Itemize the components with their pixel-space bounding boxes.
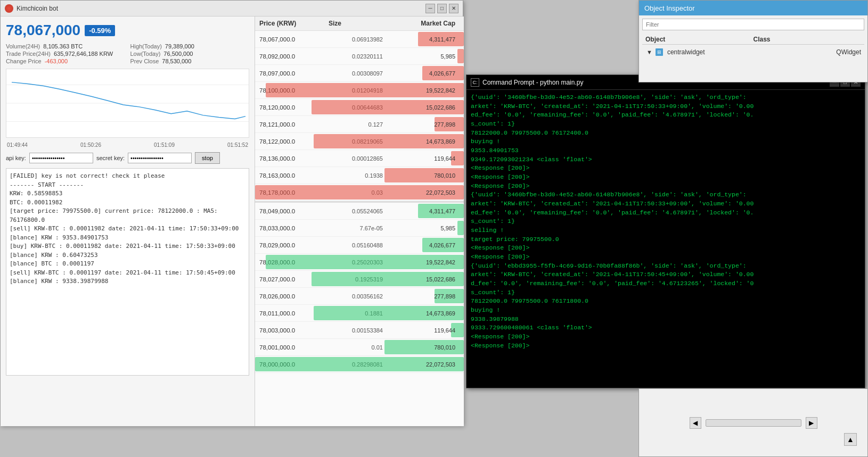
- obj-item-name: centralwidget: [667, 48, 823, 56]
- minimize-button[interactable]: ─: [425, 4, 435, 13]
- log-line: [buy] KRW-BTC : 0.00011982 date: 2021-04…: [10, 242, 245, 251]
- log-area[interactable]: [FAILED] key is not correct! check it pl…: [6, 168, 249, 376]
- ob-bid-cap: 14,673,869: [387, 310, 460, 317]
- low-label: Low(Today): [130, 51, 161, 57]
- ask-row[interactable]: 78,092,000.0 0.02320111 5,985: [255, 48, 464, 65]
- ob-ask-size: 0.1938: [329, 172, 387, 179]
- ob-bid-size: 0.05524065: [329, 208, 387, 214]
- log-line: [sell] KRW-BTC : 0.0001197 date: 2021-04…: [10, 269, 245, 278]
- main-trading-window: Kimchicoin bot ─ □ ✕ 78,067,000 -0.59% V…: [0, 0, 463, 426]
- ob-bid-price: 78,033,000.0: [259, 225, 329, 231]
- order-book-header: Price (KRW) Size Market Cap: [255, 16, 464, 31]
- bid-row[interactable]: 78,028,000.0 0.25020303 19,522,842: [255, 254, 464, 271]
- scroll-up-button[interactable]: ▲: [844, 433, 857, 446]
- widget-icon: ⊞: [656, 48, 663, 56]
- close-button[interactable]: ✕: [449, 4, 458, 13]
- ob-bid-price: 78,026,000.0: [259, 293, 329, 300]
- log-line: ------- START -------: [10, 181, 245, 190]
- ask-row[interactable]: 78,122,000.0 0.08219065 14,673,869: [255, 133, 464, 150]
- obj-inspector-body: Object Class ▼ ⊞ centralwidget QWidget: [639, 15, 867, 61]
- bid-row[interactable]: 78,026,000.0 0.00356162 277,898: [255, 288, 464, 305]
- ob-ask-cap: 4,311,477: [387, 36, 460, 43]
- obj-inspector-title: Object Inspector: [644, 4, 695, 12]
- cmd-window: C: Command Prompt - python main.py ─ □ ✕…: [466, 74, 865, 388]
- log-line: [blance] KRW : 0.60473253: [10, 251, 245, 260]
- ask-row[interactable]: 78,120,000.0 0.00644683 15,022,686: [255, 99, 464, 116]
- cmd-body: {'uuid': '3460bfbe-b3d0-4e52-ab60-6148b7…: [466, 90, 865, 388]
- ob-ask-cap: 4,026,677: [387, 70, 460, 77]
- bid-row[interactable]: 78,029,000.0 0.05160488 4,026,677: [255, 237, 464, 254]
- volume-value: 8,105.363 BTC: [43, 43, 83, 49]
- ob-bid-cap: 5,985: [387, 225, 460, 231]
- prev-value: 78,530,000: [162, 58, 191, 64]
- bid-row[interactable]: 78,000,000.0 0.28298081 22,072,503: [255, 356, 464, 373]
- bid-row[interactable]: 78,001,000.0 0.01 780,010: [255, 339, 464, 356]
- secret-key-label: secret key:: [96, 155, 125, 161]
- ob-bid-size: 0.00356162: [329, 293, 387, 300]
- log-line: [blance] KRW : 9338.39879988: [10, 277, 245, 286]
- obj-col-class: Class: [754, 36, 862, 43]
- chart-times: 01:49:44 01:50:26 01:51:09 01:51:52: [6, 142, 249, 148]
- bid-row[interactable]: 78,049,000.0 0.05524065 4,311,477: [255, 203, 464, 220]
- bid-row[interactable]: 78,027,000.0 0.1925319 15,022,686: [255, 271, 464, 288]
- stop-button[interactable]: stop: [195, 152, 220, 164]
- obj-filter-input[interactable]: [642, 19, 864, 30]
- prev-stat: Prev Close 78,530,000: [130, 58, 250, 64]
- prev-label: Prev Close: [130, 58, 159, 64]
- right-scrollbar-panel: ◀ ▶ ▲: [638, 388, 868, 457]
- time-2: 01:50:26: [80, 142, 101, 148]
- time-1: 01:49:44: [7, 142, 28, 148]
- maximize-button[interactable]: □: [437, 4, 447, 13]
- log-line: [sell] KRW-BTC : 0.00011982 date: 2021-0…: [10, 225, 245, 234]
- price-change-badge: -0.59%: [85, 25, 115, 36]
- api-key-label: api key:: [6, 155, 26, 161]
- obj-col-object: Object: [645, 36, 754, 43]
- ob-ask-price: 78,136,000.0: [259, 155, 329, 162]
- ask-row[interactable]: 78,136,000.0 0.00012865 119,644: [255, 150, 464, 167]
- ob-bid-size: 0.00153384: [329, 327, 387, 334]
- cmd-title-text: Command Prompt - python main.py: [482, 79, 583, 86]
- ask-row[interactable]: 78,100,000.0 0.01204918 19,522,842: [255, 82, 464, 99]
- ob-ask-cap: 15,022,686: [387, 104, 460, 111]
- header-price: Price (KRW): [259, 20, 329, 27]
- ob-bid-price: 78,003,000.0: [259, 327, 329, 334]
- object-inspector: Object Inspector Object Class ▼ ⊞ centra…: [638, 0, 868, 82]
- bid-row[interactable]: 78,003,000.0 0.00153384 119,644: [255, 322, 464, 339]
- ob-bid-size: 0.05160488: [329, 242, 387, 248]
- ob-ask-size: 0.06913982: [329, 36, 387, 43]
- ob-bid-price: 78,001,000.0: [259, 344, 329, 351]
- price-display: 78,067,000 -0.59%: [6, 22, 249, 39]
- obj-inspector-title-bar: Object Inspector: [639, 1, 867, 15]
- bid-row[interactable]: 78,011,000.0 0.1881 14,673,869: [255, 305, 464, 322]
- obj-tree-row[interactable]: ▼ ⊞ centralwidget QWidget: [642, 47, 864, 57]
- obj-tree-header: Object Class: [642, 35, 864, 45]
- secret-key-input[interactable]: [128, 153, 192, 163]
- ob-bid-cap: 4,026,677: [387, 242, 460, 248]
- api-key-input[interactable]: [29, 153, 93, 163]
- scroll-track[interactable]: [706, 419, 801, 427]
- change-label: Change Price: [6, 58, 42, 64]
- ask-row[interactable]: 78,121,000.0 0.127 277,898: [255, 116, 464, 133]
- log-line: [FAILED] key is not correct! check it pl…: [10, 172, 245, 181]
- title-bar-left: Kimchicoin bot: [5, 4, 58, 13]
- ob-bid-cap: 19,522,842: [387, 259, 460, 265]
- high-value: 79,389,000: [165, 43, 194, 49]
- scroll-controls: ◀ ▶: [690, 417, 817, 429]
- log-line: BTC: 0.00011982: [10, 198, 245, 207]
- tree-expand-icon[interactable]: ▼: [645, 49, 653, 55]
- bid-row[interactable]: 78,033,000.0 7.67e-05 5,985: [255, 220, 464, 237]
- scroll-right-btn[interactable]: ▶: [806, 417, 817, 429]
- ob-ask-size: 0.127: [329, 121, 387, 128]
- left-panel: 78,067,000 -0.59% Volume(24H) 8,105.363 …: [1, 16, 255, 426]
- high-label: High(Today): [130, 43, 162, 49]
- ask-row[interactable]: 78,178,000.0 0.03 22,072,503: [255, 184, 464, 201]
- scroll-left-btn[interactable]: ◀: [690, 417, 701, 429]
- ob-ask-price: 78,092,000.0: [259, 53, 329, 60]
- ob-ask-size: 0.02320111: [329, 53, 387, 60]
- log-line: [blance] BTC : 0.0001197: [10, 260, 245, 269]
- ask-row[interactable]: 78,097,000.0 0.00308097 4,026,677: [255, 65, 464, 82]
- high-stat: High(Today) 79,389,000: [130, 43, 250, 49]
- ask-row[interactable]: 78,067,000.0 0.06913982 4,311,477: [255, 31, 464, 48]
- ask-row[interactable]: 78,163,000.0 0.1938 780,010: [255, 167, 464, 184]
- volume-stat: Volume(24H) 8,105.363 BTC: [6, 43, 125, 49]
